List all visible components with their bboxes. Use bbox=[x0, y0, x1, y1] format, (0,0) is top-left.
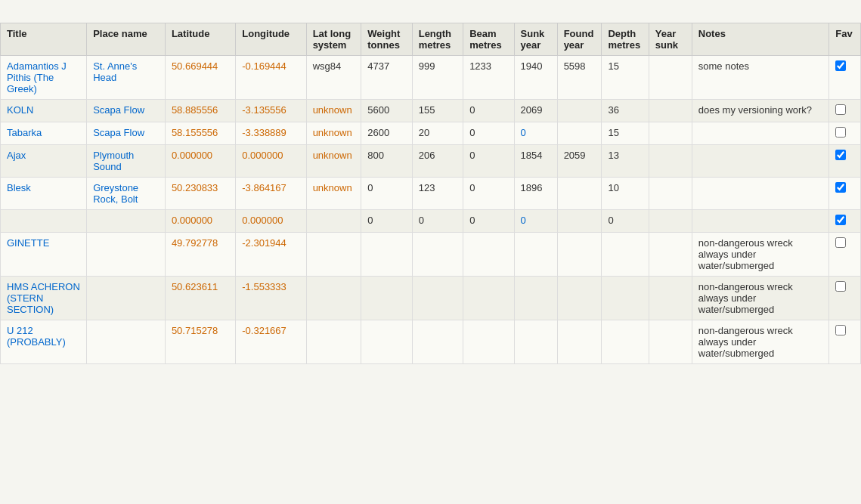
title-link[interactable]: Blesk bbox=[7, 182, 31, 193]
table-row: HMS ACHERON (STERN SECTION)50.623611-1.5… bbox=[1, 277, 861, 320]
fav-checkbox[interactable] bbox=[835, 104, 846, 115]
col-header-title: Title bbox=[1, 23, 87, 56]
cell-latsys bbox=[306, 233, 361, 277]
cell-latitude: 50.669444 bbox=[165, 56, 235, 100]
cell-yearsunk bbox=[649, 56, 692, 100]
cell-length: 20 bbox=[412, 122, 463, 145]
fav-checkbox[interactable] bbox=[835, 237, 846, 248]
cell-latitude: 50.230833 bbox=[165, 178, 235, 210]
title-link[interactable]: Ajax bbox=[7, 150, 26, 161]
cell-latsys: unknown bbox=[306, 145, 361, 178]
fav-checkbox[interactable] bbox=[835, 182, 846, 193]
title-link[interactable]: Tabarka bbox=[7, 127, 42, 138]
place-link[interactable]: Greystone Rock, Bolt bbox=[93, 182, 138, 205]
fav-checkbox[interactable] bbox=[835, 281, 846, 292]
cell-notes bbox=[692, 178, 829, 210]
longitude-value: -3.338889 bbox=[242, 127, 286, 138]
cell-title: Tabarka bbox=[1, 122, 87, 145]
latitude-value: 50.715278 bbox=[172, 325, 218, 336]
title-link[interactable]: U 212 (PROBABLY) bbox=[7, 325, 66, 348]
cell-latsys bbox=[306, 320, 361, 364]
title-link[interactable]: GINETTE bbox=[7, 237, 49, 249]
col-header-sunk: Sunk year bbox=[514, 23, 557, 56]
cell-longitude: 0.000000 bbox=[236, 145, 306, 178]
cell-fav bbox=[829, 210, 861, 233]
cell-weight: 800 bbox=[361, 145, 412, 178]
cell-weight: 0 bbox=[361, 178, 412, 210]
fav-checkbox[interactable] bbox=[835, 60, 846, 71]
longitude-value: -0.321667 bbox=[242, 325, 286, 336]
cell-yearsunk bbox=[649, 145, 692, 178]
cell-length bbox=[412, 233, 463, 277]
cell-latitude: 50.715278 bbox=[165, 320, 235, 364]
cell-depth: 15 bbox=[602, 56, 649, 100]
sunk-value: 1854 bbox=[521, 150, 543, 161]
table-row: 0.0000000.00000000000 bbox=[1, 210, 861, 233]
cell-weight bbox=[361, 233, 412, 277]
cell-yearsunk bbox=[649, 178, 692, 210]
fav-checkbox[interactable] bbox=[835, 127, 846, 138]
col-header-latitude: Latitude bbox=[165, 23, 235, 56]
cell-notes: some notes bbox=[692, 56, 829, 100]
page-title bbox=[0, 0, 861, 23]
latitude-value: 50.230833 bbox=[172, 182, 218, 193]
cell-notes bbox=[692, 122, 829, 145]
cell-longitude: -1.553333 bbox=[236, 277, 306, 320]
table-row: U 212 (PROBABLY)50.715278-0.321667non-da… bbox=[1, 320, 861, 364]
cell-place bbox=[87, 277, 166, 320]
latsys-value: unknown bbox=[313, 150, 352, 161]
cell-latitude: 0.000000 bbox=[165, 145, 235, 178]
table-row: Adamantios J Pithis (The Greek)St. Anne'… bbox=[1, 56, 861, 100]
cell-longitude: -3.864167 bbox=[236, 178, 306, 210]
title-link[interactable]: KOLN bbox=[7, 104, 33, 116]
col-header-length: Length metres bbox=[412, 23, 463, 56]
cell-fav bbox=[829, 320, 861, 364]
latitude-value: 58.885556 bbox=[172, 104, 218, 116]
title-link[interactable]: Adamantios J Pithis (The Greek) bbox=[7, 60, 67, 94]
cell-weight bbox=[361, 277, 412, 320]
cell-place: Scapa Flow bbox=[87, 122, 166, 145]
cell-latitude: 0.000000 bbox=[165, 210, 235, 233]
place-link[interactable]: Scapa Flow bbox=[93, 127, 144, 138]
title-link[interactable]: HMS ACHERON (STERN SECTION) bbox=[7, 281, 80, 315]
cell-latitude: 58.155556 bbox=[165, 122, 235, 145]
cell-notes bbox=[692, 210, 829, 233]
cell-place: St. Anne's Head bbox=[87, 56, 166, 100]
latsys-value: unknown bbox=[313, 104, 352, 116]
sunk-value: 0 bbox=[521, 215, 526, 226]
fav-checkbox[interactable] bbox=[835, 215, 846, 225]
col-header-beam: Beam metres bbox=[463, 23, 514, 56]
cell-found bbox=[557, 210, 602, 233]
cell-found bbox=[557, 277, 602, 320]
cell-title: GINETTE bbox=[1, 233, 87, 277]
cell-notes: non-dangerous wreck always under water/s… bbox=[692, 320, 829, 364]
cell-length: 999 bbox=[412, 56, 463, 100]
cell-fav bbox=[829, 122, 861, 145]
place-link[interactable]: Plymouth Sound bbox=[93, 150, 134, 172]
latsys-value: unknown bbox=[313, 127, 352, 138]
cell-beam: 0 bbox=[463, 145, 514, 178]
cell-found bbox=[557, 122, 602, 145]
place-link[interactable]: St. Anne's Head bbox=[93, 60, 137, 83]
cell-found bbox=[557, 233, 602, 277]
cell-beam: 0 bbox=[463, 178, 514, 210]
cell-found bbox=[557, 100, 602, 122]
cell-fav bbox=[829, 100, 861, 122]
cell-beam: 0 bbox=[463, 122, 514, 145]
fav-checkbox[interactable] bbox=[835, 150, 846, 160]
place-link[interactable]: Scapa Flow bbox=[93, 104, 144, 116]
cell-depth: 13 bbox=[602, 145, 649, 178]
cell-weight bbox=[361, 320, 412, 364]
cell-fav bbox=[829, 178, 861, 210]
cell-notes bbox=[692, 145, 829, 178]
col-header-longitude: Longitude bbox=[236, 23, 306, 56]
table-row: KOLNScapa Flow58.885556-3.135556unknown5… bbox=[1, 100, 861, 122]
cell-depth bbox=[602, 233, 649, 277]
table-row: BleskGreystone Rock, Bolt50.230833-3.864… bbox=[1, 178, 861, 210]
fav-checkbox[interactable] bbox=[835, 325, 846, 335]
cell-place: Plymouth Sound bbox=[87, 145, 166, 178]
longitude-value: -1.553333 bbox=[242, 281, 286, 292]
col-header-found: Found year bbox=[557, 23, 602, 56]
cell-longitude: 0.000000 bbox=[236, 210, 306, 233]
table-row: TabarkaScapa Flow58.155556-3.338889unkno… bbox=[1, 122, 861, 145]
